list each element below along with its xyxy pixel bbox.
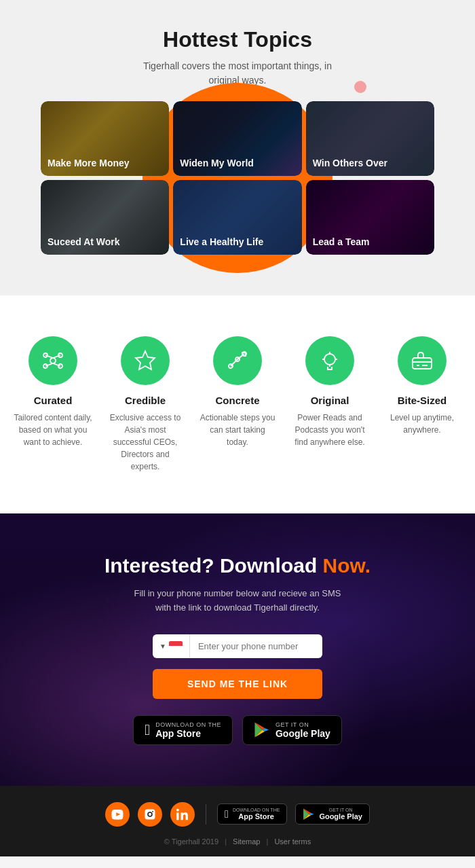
appstore-text: Download on the App Store <box>155 721 221 739</box>
instagram-icon[interactable] <box>138 802 162 827</box>
topic-label-healthy: Live a Healthy Life <box>180 236 263 248</box>
original-icon <box>318 348 342 373</box>
googleplay-button[interactable]: GET IT ON Google Play <box>242 715 342 745</box>
deco-circle-pink <box>354 81 366 93</box>
google-play-icon <box>254 722 270 738</box>
hottest-title: Hottest Topics <box>14 27 461 52</box>
features-grid: Curated Tailored content daily, based on… <box>14 336 461 473</box>
footer-legal: © Tigerhall 2019 | Sitemap | User terms <box>14 837 461 846</box>
footer-apple-icon:  <box>225 808 229 820</box>
footer-appstore-button[interactable]:  Download on the App Store <box>217 803 287 825</box>
concrete-icon-circle <box>213 336 262 385</box>
linkedin-icon[interactable] <box>170 802 195 827</box>
credible-icon-circle <box>121 336 170 385</box>
topic-label-others: Win Others Over <box>313 157 387 169</box>
feature-original: Original Power Reads and Podcasts you wo… <box>290 336 369 473</box>
feature-concrete: Concrete Actionable steps you can start … <box>198 336 277 473</box>
footer-googleplay-button[interactable]: GET IT ON Google Play <box>295 803 370 825</box>
linkedin-svg <box>176 808 189 820</box>
topics-container: Make More Money Widen My World Win Other… <box>41 101 434 255</box>
credible-icon <box>133 348 157 373</box>
feature-bitesized: Bite-Sized Level up anytime, anywhere. <box>383 336 461 473</box>
send-link-button[interactable]: SEND ME THE LINK <box>153 669 322 699</box>
topic-label-money: Make More Money <box>48 157 130 169</box>
topic-label-widen: Widen My World <box>180 157 254 169</box>
credible-title: Credible <box>125 395 166 406</box>
flag-singapore <box>169 641 183 651</box>
curated-icon-circle <box>28 336 77 385</box>
country-chevron: ▼ <box>159 643 166 650</box>
footer-appstore-name: App Store <box>233 812 280 820</box>
footer:  Download on the App Store GET IT ON Go… <box>0 786 475 856</box>
topic-card-others[interactable]: Win Others Over <box>306 101 434 176</box>
topic-card-succeed[interactable]: Suceed At Work <box>41 180 169 255</box>
bitesized-title: Bite-Sized <box>398 395 447 406</box>
store-buttons-row:  Download on the App Store GET IT ON Go… <box>14 715 461 745</box>
youtube-svg <box>111 808 124 820</box>
concrete-title: Concrete <box>215 395 259 406</box>
hottest-topics-section: Hottest Topics Tigerhall covers the most… <box>0 0 475 295</box>
download-content: Interested? Download Now. Fill in your p… <box>14 554 461 745</box>
topic-label-succeed: Suceed At Work <box>48 236 120 248</box>
footer-divider-2: | <box>266 837 270 846</box>
footer-copyright: © Tigerhall 2019 <box>164 837 218 846</box>
appstore-name: App Store <box>155 728 221 739</box>
svg-rect-17 <box>413 358 432 369</box>
download-title-highlight: Now. <box>323 554 371 577</box>
phone-number-input[interactable] <box>190 634 322 658</box>
curated-title: Curated <box>34 395 73 406</box>
download-subtitle: Fill in your phone number below and reci… <box>129 587 346 615</box>
phone-input-row: ▼ <box>153 634 322 658</box>
concrete-icon <box>225 348 250 373</box>
footer-googleplay-name: Google Play <box>319 812 362 820</box>
instagram-svg <box>144 808 156 820</box>
footer-divider-1: | <box>225 837 229 846</box>
topic-card-healthy[interactable]: Live a Healthy Life <box>173 180 301 255</box>
footer-icons-row:  Download on the App Store GET IT ON Go… <box>14 802 461 827</box>
original-desc: Power Reads and Podcasts you won't find … <box>290 412 369 448</box>
googleplay-name: Google Play <box>276 728 330 739</box>
download-title: Interested? Download Now. <box>14 554 461 577</box>
svg-point-12 <box>324 354 335 365</box>
footer-googleplay-text: GET IT ON Google Play <box>319 808 362 820</box>
footer-appstore-sub: Download on the <box>233 808 280 812</box>
svg-point-19 <box>152 811 153 812</box>
svg-point-0 <box>50 358 56 363</box>
topic-card-money[interactable]: Make More Money <box>41 101 169 176</box>
topic-label-lead: Lead a Team <box>313 236 370 248</box>
footer-appstore-text: Download on the App Store <box>233 808 280 820</box>
topic-card-widen[interactable]: Widen My World <box>173 101 301 176</box>
youtube-icon[interactable] <box>105 802 130 827</box>
footer-divider <box>206 804 206 825</box>
googleplay-text: GET IT ON Google Play <box>276 721 330 739</box>
appstore-button[interactable]:  Download on the App Store <box>133 715 233 745</box>
country-selector[interactable]: ▼ <box>153 634 190 657</box>
feature-curated: Curated Tailored content daily, based on… <box>14 336 92 473</box>
original-icon-circle <box>305 336 354 385</box>
curated-desc: Tailored content daily, based on what yo… <box>14 412 92 448</box>
apple-icon:  <box>145 721 150 739</box>
download-title-static: Interested? Download <box>104 554 323 577</box>
original-title: Original <box>311 395 349 406</box>
bitesized-desc: Level up anytime, anywhere. <box>383 412 461 436</box>
footer-sitemap-link[interactable]: Sitemap <box>233 837 260 846</box>
topic-card-lead[interactable]: Lead a Team <box>306 180 434 255</box>
bitesized-icon <box>410 348 434 373</box>
footer-google-play-icon <box>303 808 315 820</box>
curated-icon <box>41 348 65 373</box>
credible-desc: Exclusive access to Asia's most successf… <box>106 412 185 473</box>
concrete-desc: Actionable steps you can start taking to… <box>198 412 277 448</box>
footer-googleplay-sub: GET IT ON <box>319 808 362 812</box>
topics-grid: Make More Money Widen My World Win Other… <box>41 101 434 255</box>
bitesized-icon-circle <box>398 336 446 385</box>
appstore-sub: Download on the <box>155 721 221 728</box>
googleplay-sub: GET IT ON <box>276 721 330 728</box>
features-section: Curated Tailored content daily, based on… <box>0 295 475 513</box>
footer-user-terms-link[interactable]: User terms <box>274 837 311 846</box>
svg-rect-18 <box>145 809 155 819</box>
feature-credible: Credible Exclusive access to Asia's most… <box>106 336 185 473</box>
download-section: Interested? Download Now. Fill in your p… <box>0 513 475 786</box>
